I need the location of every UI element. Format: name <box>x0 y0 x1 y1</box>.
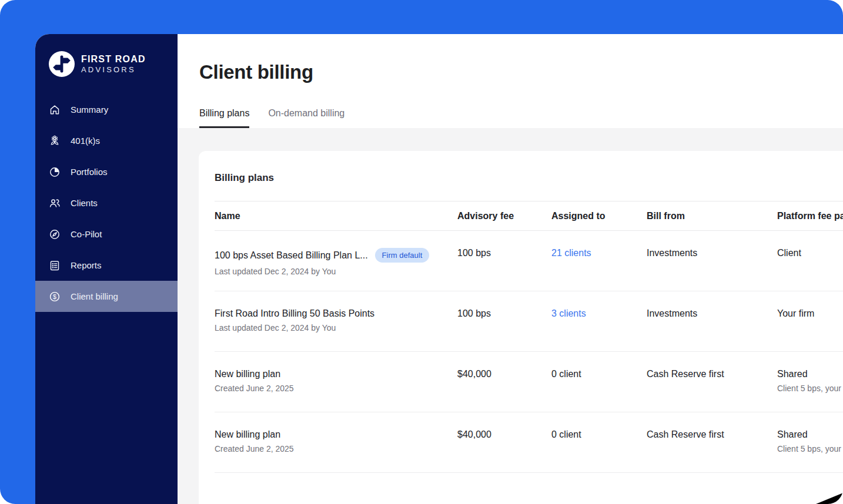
sidebar-item-label: Clients <box>71 198 98 208</box>
brand-name: FIRST ROAD ADVISORS <box>81 53 146 75</box>
svg-text:$: $ <box>53 293 56 300</box>
brand-line1: FIRST ROAD <box>81 53 146 65</box>
platform-fee-value: Shared <box>777 429 843 440</box>
page-background: Billing plans Name Advisory fee Assigned… <box>178 128 843 504</box>
column-header-assigned-to: Assigned to <box>551 211 647 221</box>
plan-name[interactable]: 100 bps Asset Based Billing Plan L... <box>215 250 368 261</box>
sidebar-nav: Summary <box>35 94 178 312</box>
sidebar-item-label: 401(k)s <box>71 136 100 146</box>
brand-logo: FIRST ROAD ADVISORS <box>35 34 178 78</box>
page-title: Client billing <box>199 61 843 83</box>
tab-on-demand-billing[interactable]: On-demand billing <box>268 108 344 128</box>
plan-name[interactable]: New billing plan <box>215 429 280 440</box>
platform-fee-subtext: Client 5 bps, your firm <box>777 384 843 393</box>
platform-fee-value: Shared <box>777 369 843 379</box>
app-window: FIRST ROAD ADVISORS Summary <box>35 34 843 504</box>
advisory-fee-value: $40,000 <box>457 369 551 379</box>
blue-backdrop: FIRST ROAD ADVISORS Summary <box>0 0 843 504</box>
platform-fee-value: Client <box>777 248 843 258</box>
people-icon <box>48 197 61 209</box>
sidebar-item-clients[interactable]: Clients <box>35 187 178 219</box>
column-header-advisory-fee: Advisory fee <box>457 211 551 221</box>
plan-subtext: Last updated Dec 2, 2024 by You <box>215 267 457 276</box>
bill-from-value: Cash Reserve first <box>647 429 777 440</box>
compass-icon <box>48 228 61 240</box>
table-row: 100 bps Asset Based Billing Plan L... Fi… <box>215 231 843 291</box>
flower-icon <box>48 135 61 147</box>
table-header-row: Name Advisory fee Assigned to Bill from … <box>215 201 843 231</box>
pie-chart-icon <box>48 166 61 178</box>
sidebar-item-client-billing[interactable]: $ Client billing <box>35 281 178 312</box>
billing-plans-card: Billing plans Name Advisory fee Assigned… <box>199 151 843 504</box>
plan-name[interactable]: New billing plan <box>215 369 280 379</box>
platform-fee-value: Your firm <box>777 308 843 319</box>
table-row: New billing plan Created June 2, 2025 $4… <box>215 352 843 412</box>
assigned-clients-link[interactable]: 3 clients <box>551 308 586 318</box>
sidebar-item-label: Client billing <box>71 291 118 301</box>
plan-subtext: Created June 2, 2025 <box>215 444 457 453</box>
column-header-name: Name <box>215 211 457 221</box>
sidebar-item-reports[interactable]: Reports <box>35 250 178 281</box>
sidebar: FIRST ROAD ADVISORS Summary <box>35 34 178 504</box>
main-content: Client billing Billing plans On-demand b… <box>178 34 843 504</box>
dollar-circle-icon: $ <box>48 290 61 303</box>
assigned-clients-value: 0 client <box>551 429 647 440</box>
signpost-logo-icon <box>48 51 75 78</box>
table-row: New billing plan Created June 2, 2025 $4… <box>215 412 843 473</box>
assigned-clients-value: 0 client <box>551 369 647 379</box>
plan-name[interactable]: First Road Intro Billing 50 Basis Points <box>215 308 374 319</box>
sidebar-item-label: Portfolios <box>71 167 108 177</box>
sidebar-item-portfolios[interactable]: Portfolios <box>35 156 178 187</box>
plan-subtext: Last updated Dec 2, 2024 by You <box>215 323 457 332</box>
platform-fee-subtext: Client 5 bps, your firm <box>777 444 843 453</box>
sidebar-item-copilot[interactable]: Co-Pilot <box>35 219 178 250</box>
tab-bar: Billing plans On-demand billing <box>199 108 843 128</box>
advisory-fee-value: $40,000 <box>457 429 551 440</box>
column-header-bill-from: Bill from <box>647 211 777 221</box>
advisory-fee-value: 100 bps <box>457 308 551 319</box>
home-icon <box>48 103 61 116</box>
bill-from-value: Investments <box>647 248 777 258</box>
tab-billing-plans[interactable]: Billing plans <box>199 108 249 128</box>
sidebar-item-label: Co-Pilot <box>71 229 102 239</box>
plan-subtext: Created June 2, 2025 <box>215 384 457 393</box>
advisory-fee-value: 100 bps <box>457 248 551 258</box>
sidebar-item-label: Summary <box>71 105 108 115</box>
bill-from-value: Cash Reserve first <box>647 369 777 379</box>
sidebar-item-summary[interactable]: Summary <box>35 94 178 125</box>
sidebar-item-401ks[interactable]: 401(k)s <box>35 125 178 156</box>
column-header-platform-fee: Platform fee paid by <box>777 211 843 221</box>
brand-line2: ADVISORS <box>81 65 146 75</box>
firm-default-badge: Firm default <box>375 248 430 263</box>
card-title: Billing plans <box>215 172 843 184</box>
report-list-icon <box>48 259 61 271</box>
table-row: First Road Intro Billing 50 Basis Points… <box>215 291 843 352</box>
sidebar-item-label: Reports <box>71 260 102 270</box>
assigned-clients-link[interactable]: 21 clients <box>551 248 591 258</box>
bill-from-value: Investments <box>647 308 777 319</box>
